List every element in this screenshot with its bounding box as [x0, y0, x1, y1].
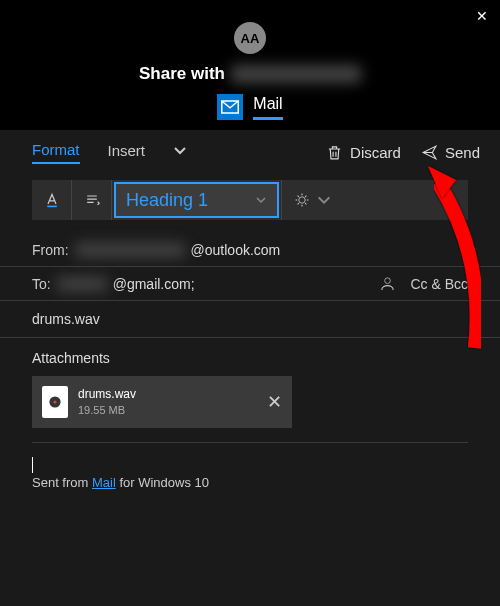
cc-bcc-toggle[interactable]: Cc & Bcc: [379, 275, 468, 292]
person-icon: [379, 275, 396, 292]
attachment-info: drums.wav 19.55 MB: [78, 387, 136, 417]
tab-format[interactable]: Format: [32, 141, 80, 164]
attachment-name: drums.wav: [78, 387, 136, 403]
share-prefix: Share with: [139, 64, 225, 84]
to-label: To:: [32, 276, 51, 292]
from-row: From: @outlook.com: [0, 234, 500, 267]
svg-point-0: [299, 197, 305, 203]
app-tabs: Mail: [217, 94, 282, 120]
from-address-redacted: [75, 243, 185, 257]
signature-suffix: for Windows 10: [116, 475, 209, 490]
avatar: AA: [234, 22, 266, 54]
share-target-redacted: [231, 65, 361, 83]
more-tabs-chevron-icon[interactable]: [173, 143, 187, 161]
sun-icon: [294, 192, 310, 208]
chevron-down-icon: [255, 194, 267, 206]
discard-label: Discard: [350, 144, 401, 161]
discard-button[interactable]: Discard: [326, 144, 401, 161]
cc-bcc-label: Cc & Bcc: [410, 276, 468, 292]
font-color-button[interactable]: [32, 180, 72, 220]
remove-attachment-button[interactable]: ✕: [267, 391, 282, 413]
ribbon-tabs: Format Insert Discard Send: [0, 130, 500, 174]
close-button[interactable]: ✕: [476, 8, 488, 24]
attachment-item[interactable]: drums.wav 19.55 MB ✕: [32, 376, 292, 428]
subject-field[interactable]: drums.wav: [0, 301, 500, 338]
svg-point-1: [385, 278, 391, 284]
share-header: ✕ AA Share with Mail: [0, 0, 500, 130]
style-select-value: Heading 1: [126, 190, 208, 211]
brightness-button[interactable]: [281, 180, 344, 220]
mail-app-icon[interactable]: [217, 94, 243, 120]
send-icon: [421, 144, 438, 161]
signature-link[interactable]: Mail: [92, 475, 116, 490]
to-address-redacted: [57, 277, 107, 291]
chevron-down-icon: [316, 192, 332, 208]
share-title: Share with: [139, 64, 361, 84]
trash-icon: [326, 144, 343, 161]
compose-pane: Format Insert Discard Send Heading 1: [0, 130, 500, 606]
divider: [32, 442, 468, 443]
signature: Sent from Mail for Windows 10: [0, 475, 500, 490]
tab-mail[interactable]: Mail: [253, 95, 282, 120]
style-select[interactable]: Heading 1: [114, 182, 279, 218]
svg-point-3: [53, 400, 56, 403]
from-domain: @outlook.com: [191, 242, 281, 258]
paragraph-button[interactable]: [72, 180, 112, 220]
send-button[interactable]: Send: [421, 144, 480, 161]
body-editor[interactable]: [0, 457, 500, 475]
attachment-size: 19.55 MB: [78, 403, 136, 417]
send-label: Send: [445, 144, 480, 161]
tab-insert[interactable]: Insert: [108, 142, 146, 163]
attachments-heading: Attachments: [0, 338, 500, 376]
signature-prefix: Sent from: [32, 475, 92, 490]
format-toolbar: Heading 1: [32, 180, 468, 220]
from-label: From:: [32, 242, 69, 258]
audio-file-icon: [42, 386, 68, 418]
to-domain: @gmail.com;: [113, 276, 195, 292]
to-row[interactable]: To: @gmail.com; Cc & Bcc: [0, 267, 500, 301]
